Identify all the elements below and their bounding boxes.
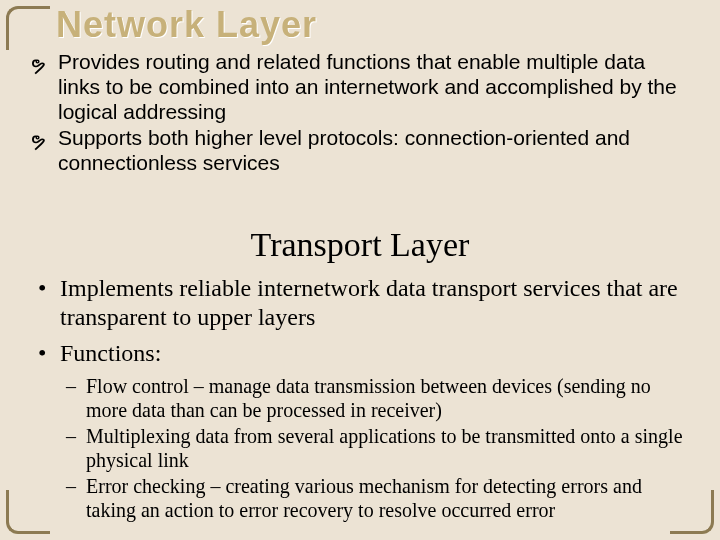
bullet-icon: • <box>38 274 46 303</box>
transport-layer-list: • Implements reliable internetwork data … <box>30 274 690 524</box>
list-item: • Implements reliable internetwork data … <box>30 274 690 333</box>
script-bullet-icon: ຯ <box>30 129 46 153</box>
corner-decoration <box>6 6 50 50</box>
list-item: – Flow control – manage data transmissio… <box>30 374 690 422</box>
list-item: – Error checking – creating various mech… <box>30 474 690 522</box>
list-item-text: Flow control – manage data transmission … <box>86 375 651 421</box>
list-item-text: Functions: <box>60 340 161 366</box>
heading-transport-layer: Transport Layer <box>0 226 720 264</box>
dash-icon: – <box>66 424 76 448</box>
list-item: ຯ Supports both higher level protocols: … <box>30 126 690 176</box>
list-item-text: Supports both higher level protocols: co… <box>58 126 630 174</box>
bullet-icon: • <box>38 339 46 368</box>
list-item-text: Provides routing and related functions t… <box>58 50 677 123</box>
list-item-text: Multiplexing data from several applicati… <box>86 425 683 471</box>
script-bullet-icon: ຯ <box>30 53 46 77</box>
dash-icon: – <box>66 374 76 398</box>
heading-network-layer: Network Layer <box>56 4 317 46</box>
network-layer-list: ຯ Provides routing and related functions… <box>30 50 690 178</box>
list-item: • Functions: <box>30 339 690 368</box>
list-item: ຯ Provides routing and related functions… <box>30 50 690 124</box>
functions-sublist: – Flow control – manage data transmissio… <box>30 374 690 522</box>
list-item: – Multiplexing data from several applica… <box>30 424 690 472</box>
list-item-text: Implements reliable internetwork data tr… <box>60 275 678 330</box>
slide: Network Layer ຯ Provides routing and rel… <box>0 0 720 540</box>
dash-icon: – <box>66 474 76 498</box>
list-item-text: Error checking – creating various mechan… <box>86 475 642 521</box>
